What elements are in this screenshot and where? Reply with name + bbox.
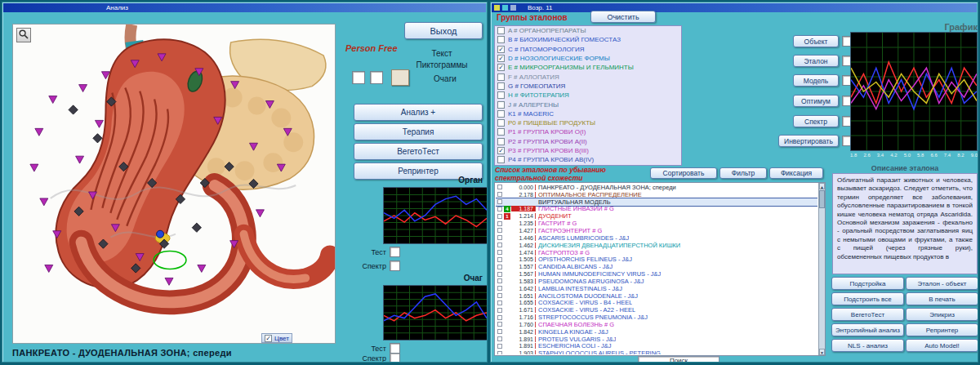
group-item[interactable]: ✓C # ПАТОМОРФОЛОГИЯ [495,45,681,54]
vegeto-test-button[interactable]: ВегетоТест [354,143,483,160]
group-checkbox[interactable] [497,91,505,99]
etalon-checkbox[interactable] [497,250,502,255]
group-checkbox[interactable] [497,138,505,145]
left-titlebar[interactable]: Анализ [3,3,486,12]
graph-control-button[interactable]: Инвертировать [778,135,839,147]
etalon-checkbox[interactable] [497,214,502,219]
etalon-row[interactable]: 41.187ГЛИСТНЫЕ ИНВАЗИИ # G [496,206,817,213]
group-item[interactable]: P2 # ГРУППА КРОВИ A(II) [495,137,681,146]
group-checkbox[interactable] [497,101,505,109]
group-checkbox[interactable] [497,110,505,118]
etalon-checkbox[interactable] [497,315,502,320]
group-checkbox[interactable] [497,128,505,136]
etalon-checkbox[interactable] [497,207,502,211]
graph-control-button[interactable]: Эталон [793,55,839,67]
action-button[interactable]: Репринтер [906,323,978,336]
etalon-row[interactable]: 1.567HUMAN IMMUNODEFICIENCY VIRUS - J&J [496,270,817,278]
pictogram-toggle-box[interactable] [370,71,383,84]
titlebar-icon[interactable] [494,5,500,11]
etalon-row[interactable]: 1.651ANCILOSTOMA DUODENALE - J&J [496,292,817,300]
action-button[interactable]: Подстройка [831,277,904,290]
etalon-checkbox[interactable] [497,293,502,298]
action-button[interactable]: В печать [906,292,978,305]
etalon-checkbox[interactable] [497,235,502,240]
action-button[interactable]: Эпикриз [906,308,978,321]
description-box[interactable]: Облигатный паразит животных и человека, … [832,173,978,274]
group-item[interactable]: F # АЛЛОПАТИЯ [495,72,681,81]
graph-control-button[interactable]: Спектр [793,115,839,127]
color-checkbox[interactable]: ✓ [265,335,272,342]
etalon-row[interactable]: 1.642LAMBLIA INTESTINALIS - J&J [496,285,817,292]
etalon-checkbox[interactable] [497,192,502,197]
etalon-row[interactable]: 0.000ПАНКРЕАТО - ДУОДЕНАЛЬНАЯ ЗОНА; спер… [496,184,817,191]
graph-control-button[interactable]: Объект [793,35,839,47]
group-checkbox[interactable]: ✓ [497,147,505,154]
scroll-down-icon[interactable]: ▼ [819,349,825,355]
etalon-checkbox[interactable] [497,344,502,349]
etalon-row[interactable]: 1.462ДИСКИНЕЗИЯ ДВЕНАДЦАТИПЕРСТНОЙ КИШКИ [496,242,817,249]
group-item[interactable]: ✓D # НОЗОЛОГИЧЕСКИЕ ФОРМЫ [495,54,681,63]
search-field[interactable]: Поиск [638,356,719,363]
group-checkbox[interactable]: ✓ [497,46,505,53]
etalon-checkbox[interactable] [497,300,502,305]
scroll-up-icon[interactable]: ▲ [819,183,825,189]
group-item[interactable]: P4 # ГРУППА КРОВИ AB(IV) [495,155,681,164]
action-button[interactable]: Эталон - объект [906,277,978,290]
magnifier-button[interactable] [16,28,31,42]
etalon-row[interactable]: 1.474ГАСТРОПТОЗ # G [496,249,817,256]
right-titlebar[interactable]: Возр. 11 [492,3,977,12]
action-button[interactable]: NLS - анализ [831,339,904,352]
etalon-row[interactable]: 1.891PROTEUS VULGARIS - J&J [496,336,817,343]
etalon-row[interactable]: 1.891ESCHERICHIA COLI - J&J [496,343,817,350]
etalon-row[interactable]: 1.446ASCARIS LUMBRICOIDES - J&J [496,234,817,242]
etalon-checkbox[interactable] [497,272,502,277]
etalon-checkbox[interactable] [497,336,502,341]
etalon-row[interactable]: 1.760СПАЕЧНАЯ БОЛЕЗНЬ # G [496,321,817,328]
etalon-row[interactable]: 1.235ГАСТРИТ # G [496,220,817,227]
group-checkbox[interactable] [497,82,505,90]
group-checkbox[interactable] [497,156,505,163]
group-checkbox[interactable] [497,27,505,34]
graph-control-button[interactable]: Модель [793,74,839,87]
etalon-row[interactable]: 1.671COXSACKIE - VIRUS - A22 - HEEL [496,306,817,314]
etalon-checkbox[interactable] [497,322,502,327]
group-checkbox[interactable] [497,36,505,43]
group-checkbox[interactable] [497,119,505,127]
etalon-row[interactable]: 11.214ДУОДЕНИТ [496,212,817,220]
etalon-checkbox[interactable] [497,329,502,334]
filter-button[interactable]: Фильтр [719,167,767,179]
etalon-checkbox[interactable] [497,185,502,189]
analysis-plus-button[interactable]: Анализ + [354,104,483,121]
test-checkbox-organ[interactable] [390,247,400,257]
etalon-row[interactable]: 1.427ГАСТРОЭНТЕРИТ # G [496,227,817,234]
scroll-thumb[interactable] [819,190,825,208]
group-item[interactable]: J # АЛЛЕРГЕНЫ [495,100,681,109]
action-button[interactable]: Auto Model! [906,339,978,352]
group-checkbox[interactable]: ✓ [497,55,505,62]
etalon-row[interactable]: 1.716STREPTOCOCCUS PNEUMONIA - J&J [496,314,817,321]
anatomy-view[interactable]: ✓ Цвет [12,24,336,344]
group-item[interactable]: ✓P3 # ГРУППА КРОВИ B(III) [495,146,681,155]
spectrum-checkbox-organ[interactable] [390,260,400,271]
clear-button[interactable]: Очистить [590,11,656,23]
titlebar-icon[interactable] [510,5,516,11]
etalon-row[interactable]: 1.842KINGELLA KINGAE - J&J [496,328,817,336]
etalon-checkbox[interactable] [497,257,502,262]
etalon-checkbox[interactable] [497,308,502,313]
color-toggle[interactable]: ✓ Цвет [261,333,292,343]
etalon-row[interactable]: 1.505OPISTHORCHIS FELINEUS - J&J [496,256,817,263]
titlebar-icon[interactable] [502,5,508,11]
group-item[interactable]: ✓E # МИКРООРГАНИЗМЫ И ГЕЛЬМИНТЫ [495,63,681,72]
group-checkbox[interactable]: ✓ [497,64,505,71]
group-item[interactable]: A # ОРГАНОПРЕПАРАТЫ [495,26,681,35]
etalon-checkbox[interactable] [497,228,502,233]
etalon-checkbox[interactable] [497,221,502,226]
fixation-button[interactable]: Фиксация [769,167,823,179]
etalon-checkbox[interactable] [497,265,502,269]
foci-color-box[interactable] [391,69,409,86]
text-toggle-box[interactable] [352,71,365,84]
etalon-row[interactable]: 2.178ОПТИМАЛЬНОЕ РАСПРЕДЕЛЕНИЕ [496,191,817,198]
etalon-checkbox[interactable] [497,286,502,291]
group-item[interactable]: H # ФИТОТЕРАПИЯ [495,91,681,100]
action-button[interactable]: Подстроить все [831,292,904,305]
